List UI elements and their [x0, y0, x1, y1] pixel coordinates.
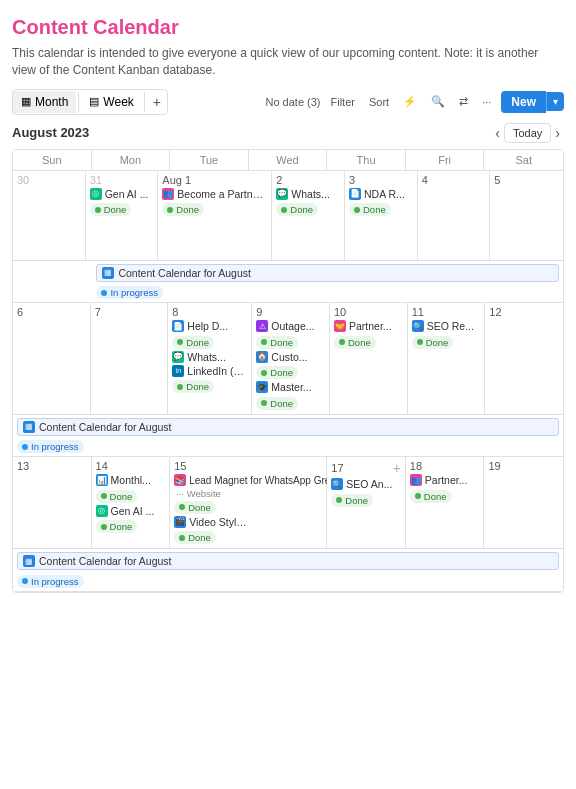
span-event[interactable]: ▦ Content Calendar for August — [96, 264, 559, 282]
lightning-btn[interactable]: ⚡ — [399, 93, 421, 110]
event-item[interactable]: 🔍 SEO Re... — [412, 320, 481, 332]
badge-label: Done — [290, 204, 313, 215]
event-icon: 📄 — [349, 188, 361, 200]
header-wed: Wed — [249, 150, 328, 170]
event-icon: 🔍 — [331, 478, 343, 490]
search-btn[interactable]: 🔍 — [427, 93, 449, 110]
badge-dot — [177, 384, 183, 390]
status-badge: Done — [256, 366, 298, 379]
event-item[interactable]: 📄 NDA R... — [349, 188, 413, 200]
sort-btn[interactable]: Sort — [365, 94, 393, 110]
status-badge: Done — [256, 336, 298, 349]
day-cell-31: 31 ◎ Gen AI ... Done — [86, 171, 159, 260]
next-month-btn[interactable]: › — [551, 123, 564, 143]
badge-label: Done — [363, 204, 386, 215]
event-item[interactable]: 📄 Help D... — [172, 320, 247, 332]
status-badge: Done — [334, 336, 376, 349]
span-event-title: Content Calendar for August — [118, 267, 251, 279]
status-badge: Done — [172, 336, 214, 349]
today-btn[interactable]: Today — [504, 123, 551, 143]
calendar-header: Sun Mon Tue Wed Thu Fri Sat — [13, 150, 563, 171]
day-number: 9 — [256, 306, 325, 318]
event-item[interactable]: 🎓 Master... — [256, 381, 325, 393]
day-cell-17: 17 + 🔍 SEO An... Done — [327, 457, 406, 548]
event-icon: 👥 — [410, 474, 422, 486]
event-item[interactable]: 📊 Monthl... — [96, 474, 166, 486]
event-title: LinkedIn (O... — [187, 365, 247, 377]
view-divider2 — [144, 92, 145, 112]
prev-month-btn[interactable]: ‹ — [491, 123, 504, 143]
day-number: 3 — [349, 174, 413, 186]
day-cell-10: 10 🤝 Partner... Done — [330, 303, 408, 414]
badge-dot — [354, 207, 360, 213]
badge-label: Done — [348, 337, 371, 348]
badge-dot — [339, 339, 345, 345]
event-title: Help D... — [187, 320, 228, 332]
new-btn[interactable]: New — [501, 91, 546, 113]
status-badge: Done — [174, 531, 216, 544]
event-item[interactable]: ◎ Gen AI ... — [90, 188, 154, 200]
add-event-btn[interactable]: + — [393, 460, 401, 476]
event-item[interactable]: in LinkedIn (O... — [172, 365, 247, 377]
status-badge: Done — [256, 397, 298, 410]
span-event[interactable]: ▦ Content Calendar for August — [17, 418, 559, 436]
event-item[interactable]: 👥 Partner... — [410, 474, 480, 486]
event-item[interactable]: 🏠 Custo... — [256, 351, 325, 363]
page-description: This calendar is intended to give everyo… — [12, 45, 564, 79]
event-item[interactable]: 💬 Whats... — [276, 188, 340, 200]
day-cell-18: 18 👥 Partner... Done — [406, 457, 485, 548]
header-sat: Sat — [484, 150, 563, 170]
no-date-btn[interactable]: No date (3) — [265, 96, 320, 108]
day-number: Aug 1 — [162, 174, 267, 186]
span-event-row-3: ▦ Content Calendar for August In progres… — [13, 549, 563, 592]
event-item[interactable]: 👥 Become a Partner (Lan... — [162, 188, 267, 200]
toolbar-actions: No date (3) Filter Sort ⚡ 🔍 ⇄ ··· New ▾ — [265, 91, 564, 113]
day-number: 17 + — [331, 460, 401, 476]
event-item[interactable]: 🔍 SEO An... — [331, 478, 401, 490]
more-btn[interactable]: ··· — [478, 94, 495, 110]
month-year-label: August 2023 — [12, 125, 112, 140]
toolbar: ▦ Month ▤ Week + No date (3) Filter Sort… — [12, 89, 564, 115]
badge-dot — [179, 504, 185, 510]
day-number: 30 — [17, 174, 81, 186]
new-dropdown-btn[interactable]: ▾ — [546, 92, 564, 111]
event-item[interactable]: 💬 Whats... — [172, 351, 247, 363]
badge-label: In progress — [31, 576, 79, 587]
week-view-btn[interactable]: ▤ Week — [81, 91, 141, 113]
event-title: Gen AI ... — [111, 505, 155, 517]
day-number: 8 — [172, 306, 247, 318]
filter-btn[interactable]: Filter — [327, 94, 359, 110]
day-number: 6 — [17, 306, 86, 318]
span-event-row-2: ▦ Content Calendar for August In progres… — [13, 415, 563, 458]
day-number: 11 — [412, 306, 481, 318]
span-event[interactable]: ▦ Content Calendar for August — [17, 552, 559, 570]
status-badge: Done — [276, 203, 318, 216]
span-event-title: Content Calendar for August — [39, 421, 172, 433]
event-item[interactable]: ◎ Gen AI ... — [96, 505, 166, 517]
event-icon: 📄 — [172, 320, 184, 332]
status-badge: Done — [174, 501, 216, 514]
view-switcher: ▦ Month ▤ Week + — [12, 89, 168, 115]
settings-btn[interactable]: ⇄ — [455, 93, 472, 110]
event-icon: 💬 — [276, 188, 288, 200]
badge-label: Done — [110, 521, 133, 532]
event-title: Become a Partner (Lan... — [177, 188, 267, 200]
day-number: 18 — [410, 460, 480, 472]
header-mon: Mon — [92, 150, 171, 170]
status-badge: In progress — [17, 440, 84, 453]
day-cell-9: 9 ⚠ Outage... Done 🏠 Custo... Done — [252, 303, 330, 414]
day-number: 4 — [422, 174, 486, 186]
event-icon: ⚠ — [256, 320, 268, 332]
month-label: Month — [35, 95, 68, 109]
event-item[interactable]: ⚠ Outage... — [256, 320, 325, 332]
badge-dot — [261, 370, 267, 376]
badge-dot — [95, 207, 101, 213]
day-number: 14 — [96, 460, 166, 472]
event-item[interactable]: 🤝 Partner... — [334, 320, 403, 332]
month-view-btn[interactable]: ▦ Month — [13, 91, 76, 113]
status-badge: Done — [96, 520, 138, 533]
day-cell-aug1: Aug 1 👥 Become a Partner (Lan... Done — [158, 171, 272, 260]
day-cell-15: 15 📚 Lead Magnet for WhatsApp Greeting (… — [170, 457, 327, 548]
add-view-btn[interactable]: + — [147, 90, 167, 114]
day-number: 12 — [489, 306, 559, 318]
